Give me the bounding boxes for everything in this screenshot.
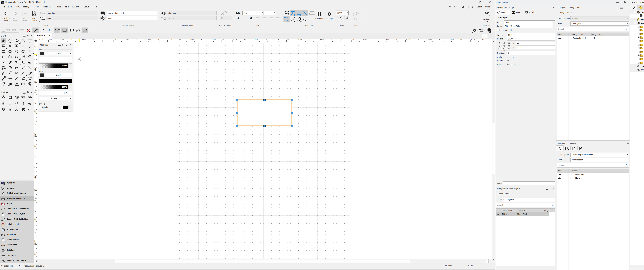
svg-text:W: W: [503, 49, 505, 51]
svg-text:V: V: [638, 11, 639, 13]
svg-text:H: H: [510, 45, 511, 47]
svg-text:V: V: [489, 29, 490, 31]
svg-text:v: v: [641, 15, 642, 16]
svg-text:V: V: [638, 22, 639, 24]
